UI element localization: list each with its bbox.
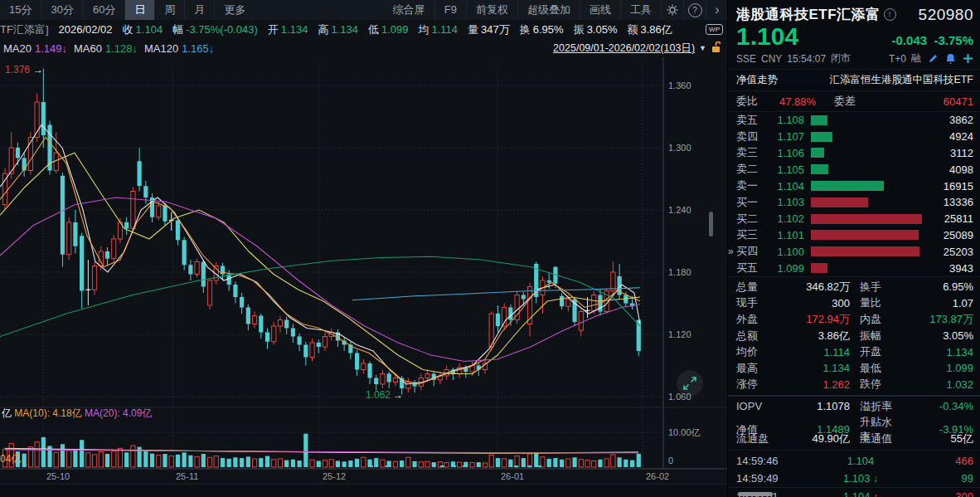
ask-row-5[interactable]: 卖五1.108 3862 [728,112,980,129]
chevron-down-icon[interactable]: ▼ [699,44,706,52]
bid-row-1[interactable]: 买一1.103 13336 [728,194,980,211]
wp-monitor-icon[interactable]: WP [706,24,723,35]
field-volume: 量347万 [468,22,510,37]
depth-bar [811,214,922,224]
stat-row: 涨停1.262 跌停1.032 [728,377,980,393]
bid-row-5[interactable]: 买五1.099 3943 [728,260,980,276]
depth-bar [811,115,827,125]
ma-legend-bar: MA20 1.149↓ MA60 1.128↓ MA120 1.165↓ 202… [0,39,728,57]
volume-zero-marks [537,465,541,467]
ask-row-4[interactable]: 卖四1.107 4924 [728,129,980,145]
iopv-grid: IOPV1.1078 溢折率-0.34% 净值1.1489 升贴水率-3.91%… [728,397,980,447]
volume-zero-marks [440,465,444,467]
settings-gear-icon[interactable] [662,0,684,20]
tick-row[interactable]: 14:59:46 1.104 466 [728,452,980,470]
tab-more[interactable]: 更多 [215,0,255,20]
chevron-right-icon[interactable]: › [706,0,728,20]
tab-weekly[interactable]: 周 [155,0,185,20]
wei-diff-value: 60471 [944,95,973,108]
tools-button[interactable]: 工具 [621,0,662,20]
period-toolbar: 15分 30分 60分 日 周 月 更多 综合屏 F9 前复权 超级叠加 画线 … [0,0,728,21]
depth-bar [811,181,884,191]
svg-text:1.240: 1.240 [668,205,691,215]
composite-screen-button[interactable]: 综合屏 [384,0,435,20]
field-close: 收1.104 [123,22,163,37]
svg-text:26-02: 26-02 [646,471,669,481]
kline-chart-area[interactable]: 1.3601.3001.2401.1801.1201.06010.00亿025-… [0,57,728,484]
volume-zero-marks [514,465,518,467]
volume-zero-marks [386,465,390,467]
help-icon[interactable]: ? [684,0,706,20]
svg-text:1.120: 1.120 [668,329,691,339]
price-change: -0.043 -3.75% [892,33,973,47]
date-value: 2026/02/02 [59,23,113,36]
security-code: 520980 [919,6,973,24]
volume-zero-marks [463,465,467,467]
quote-time: 15:54:07 [787,53,826,65]
candles [2,69,640,395]
svg-text:1.062: 1.062 [366,389,391,401]
tab-30min[interactable]: 30分 [41,0,83,20]
trading-app-window: 15分 30分 60分 日 周 月 更多 综合屏 F9 前复权 超级叠加 画线 … [0,0,980,497]
f9-button[interactable]: F9 [435,0,467,20]
svg-text:1.300: 1.300 [668,143,691,153]
margin-badge: 融 [911,51,921,66]
ask-row-3[interactable]: 卖三1.106 3112 [728,145,980,162]
order-book: 卖五1.108 3862 卖四1.107 4924 卖三1.106 3112 卖… [728,112,980,276]
tab-60min[interactable]: 60分 [84,0,125,20]
last-price: 1.104 [736,24,798,49]
tab-daily[interactable]: 日 [125,0,155,20]
unlock-icon[interactable] [711,41,721,56]
stat-row: 现手300 量比1.07 [728,295,980,312]
edit-pencil-icon[interactable] [928,53,939,64]
commission-ratio-row: 委比 47.88% 委差 60471 [728,91,980,112]
bid-row-4[interactable]: 买四1.100 25203 [728,243,980,260]
stat-row: 均价1.114 开盘1.134 [728,344,980,360]
bid-row-3[interactable]: 买三1.101 25089 [728,227,980,244]
depth-bar [811,164,828,174]
svg-text:25-12: 25-12 [323,471,346,481]
depth-bar [811,230,919,240]
nav-trend-row[interactable]: 净值走势 汇添富恒生港股通中国科技ETF [728,70,980,91]
tick-row[interactable]: 14:59:49 1.103 ↓ 99 [728,470,980,487]
svg-text:26-01: 26-01 [501,471,524,481]
stat-row: 总量346.82万 换手6.95% [728,279,980,295]
forward-adjust-button[interactable]: 前复权 [467,0,518,20]
depth-bar [811,148,824,158]
depth-bar [811,197,868,207]
ma120-label: MA120 [144,42,178,55]
price-row: 1.104 -0.043 -3.75% [728,24,980,49]
tab-monthly[interactable]: 月 [185,0,215,20]
draw-line-button[interactable]: 画线 [580,0,621,20]
add-plus-icon[interactable] [963,53,973,64]
date-range-link[interactable]: 2025/09/01-2026/02/02(103日) [553,41,695,56]
currency-label: CNY [761,53,782,65]
stat-row: 流通盘49.90亿 流通值55亿 [728,431,980,447]
volume-ma-legend: 亿 MA(10): 4.18亿 MA(20): 4.09亿 [2,407,152,421]
svg-text:25-11: 25-11 [176,471,198,481]
panel-scrollbar[interactable] [738,492,773,496]
alert-bell-icon[interactable] [945,53,956,64]
ma20-label: MA20 [3,42,32,55]
field-amplitude: 振3.05% [574,22,618,37]
panel-collapse-icon[interactable]: » [728,246,734,257]
tab-15min[interactable]: 15分 [0,0,41,20]
ask-row-1[interactable]: 卖一1.104 16915 [728,178,980,194]
svg-text:10.00亿: 10.00亿 [668,427,701,437]
quote-panel: 港股通科技ETF汇添富 ! 520980 1.104 -0.043 -3.75%… [727,0,980,497]
bottom-tab-strip[interactable] [0,484,728,497]
expand-chart-button[interactable] [677,370,703,397]
field-low: 低1.099 [368,22,409,37]
volume-ma-partial-value: 04亿 [0,452,21,466]
svg-text:25-10: 25-10 [46,471,70,481]
bid-row-2[interactable]: 买二1.102 25811 [728,211,980,227]
info-icon[interactable]: ! [884,8,896,21]
ask-row-2[interactable]: 卖二1.105 4098 [728,161,980,178]
svg-text:1.376: 1.376 [5,64,30,76]
nav-label: 净值走势 [736,73,778,87]
svg-text:→: → [393,389,403,401]
super-overlay-button[interactable]: 超级叠加 [518,0,580,20]
field-amount: 额3.86亿 [628,22,672,37]
chart-scrollbar[interactable] [709,212,713,236]
down-arrow-icon: ↓ [873,473,878,485]
